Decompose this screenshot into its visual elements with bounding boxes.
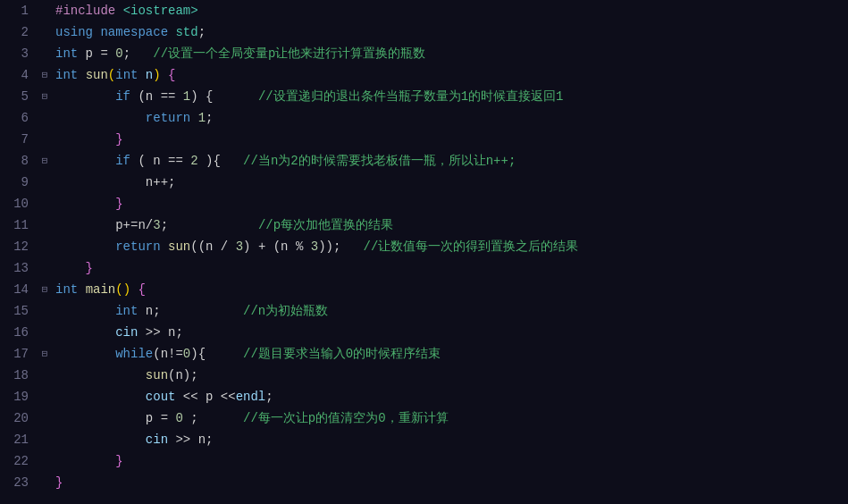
code-token: ((n / [190,239,235,254]
code-token: //n为初始瓶数 [243,304,328,318]
code-token: sun [86,68,108,82]
code-token [55,261,86,275]
code-token [55,454,115,468]
code-token: ) { [190,89,213,104]
line-number: 5 [0,86,38,107]
code-content: } [52,193,848,214]
code-content: cout << p <<endl; [52,386,848,407]
code-content: p+=n/3; //p每次加他置换的结果 [52,214,848,236]
code-token: sun [168,239,190,254]
code-content: p = 0 ; //每一次让p的值清空为0，重新计算 [52,407,848,429]
code-token [55,411,146,425]
code-token [55,154,115,168]
code-token [168,218,258,232]
fold-gutter[interactable]: ⊟ [38,150,52,172]
code-token: main [86,282,116,297]
code-token: ; [161,218,168,232]
code-token: sun [146,368,168,382]
code-token [55,132,115,147]
code-token: int [115,304,138,318]
line-number: 10 [0,193,38,214]
code-token: ( [108,68,115,82]
line-number: 2 [0,21,38,43]
fold-gutter[interactable]: ⊟ [38,86,52,107]
line-number: 17 [0,343,38,365]
code-line: 9 n++; [0,172,848,193]
code-line: 1#include <iostream> [0,0,848,21]
line-number: 8 [0,150,38,172]
line-number: 13 [0,257,38,279]
code-token: ){ [190,347,243,361]
code-token: //当n为2的时候需要找老板借一瓶，所以让n++; [243,154,516,168]
code-token [55,197,115,211]
code-line: 16 cin >> n; [0,322,848,343]
code-content: while(n!=0){ //题目要求当输入0的时候程序结束 [52,343,848,365]
code-token: return [115,239,160,254]
line-number: 14 [0,279,38,300]
code-token: <iostream> [123,4,198,18]
code-token: endl [236,390,266,404]
code-token: int [55,282,78,297]
code-content: #include <iostream> [52,0,848,21]
fold-gutter[interactable]: ⊟ [38,343,52,365]
code-token: ){ [198,154,243,168]
code-token: } [115,197,122,211]
code-token: ; [123,46,154,61]
code-token: ) + (n % [243,239,311,254]
code-token: int [115,68,138,82]
code-token: ; [206,111,213,125]
code-line: 19 cout << p <<endl; [0,386,848,407]
code-line: 11 p+=n/3; //p每次加他置换的结果 [0,214,848,236]
code-line: 21 cin >> n; [0,429,848,450]
code-content: } [52,450,848,472]
code-token: 0 [115,46,122,61]
code-line: 22 } [0,450,848,472]
code-line: 18 sun(n); [0,365,848,386]
code-token: 1 [198,111,206,125]
code-token: 0 [183,347,190,361]
code-token [55,368,146,382]
code-token: namespace [100,25,168,39]
code-token: //题目要求当输入0的时候程序结束 [243,347,441,361]
code-token: >> n; [138,325,182,340]
code-token: //设置递归的退出条件当瓶子数量为1的时候直接返回1 [213,89,563,104]
code-content: return 1; [52,107,848,129]
code-content: } [52,129,848,150]
code-content: cin >> n; [52,429,848,450]
code-token: cin [146,433,168,447]
line-number: 9 [0,172,38,193]
code-token: return [146,111,190,125]
code-line: 3int p = 0; //设置一个全局变量p让他来进行计算置换的瓶数 [0,43,848,64]
code-token: } [115,454,122,468]
code-token [55,89,115,104]
line-number: 12 [0,236,38,257]
code-token [161,239,168,254]
code-token: using [55,25,93,39]
code-content: } [52,472,848,493]
code-token: //设置一个全局变量p让他来进行计算置换的瓶数 [153,46,425,61]
line-number: 16 [0,322,38,343]
code-content: int n; //n为初始瓶数 [52,300,848,322]
code-token [55,218,115,232]
code-token [78,68,85,82]
code-line: 8⊟ if ( n == 2 ){ //当n为2的时候需要找老板借一瓶，所以让n… [0,150,848,172]
fold-gutter[interactable]: ⊟ [38,64,52,86]
code-token: >> n; [168,433,213,447]
code-token: 0 [175,411,182,425]
code-token: << p << [175,390,235,404]
code-token: //让数值每一次的得到置换之后的结果 [364,239,579,254]
fold-gutter[interactable]: ⊟ [38,279,52,300]
code-line: 2using namespace std; [0,21,848,43]
code-token: ; [265,390,273,404]
code-content: n++; [52,172,848,193]
code-token: std [175,25,197,39]
code-token: 3 [153,218,160,232]
code-token: while [115,347,153,361]
code-token [55,347,115,361]
code-token [190,111,197,125]
code-token: } [86,261,93,275]
code-token [55,433,146,447]
code-line: 15 int n; //n为初始瓶数 [0,300,848,322]
code-token: if [115,154,130,168]
line-number: 23 [0,472,38,493]
